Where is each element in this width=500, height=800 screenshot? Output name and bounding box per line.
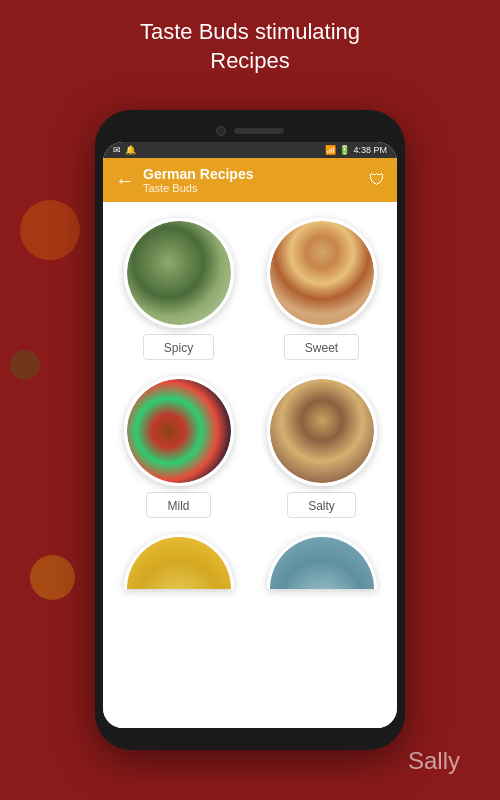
food-label-box-salty: Salty <box>287 492 356 518</box>
food-item-mild[interactable]: Mild <box>115 376 242 518</box>
bg-deco-green <box>10 350 40 380</box>
food-label-sweet: Sweet <box>305 341 338 355</box>
sally-watermark: Sally <box>408 747 460 775</box>
status-right: 📶 🔋 4:38 PM <box>325 145 387 155</box>
toolbar: ← German Recipes Taste Buds 🛡 <box>103 158 397 202</box>
food-circle-mild <box>124 376 234 486</box>
toolbar-center: German Recipes Taste Buds <box>143 166 369 194</box>
food-grid: Spicy Sweet <box>115 218 385 589</box>
food-image-sweet <box>270 221 374 325</box>
food-item-partial2[interactable] <box>258 534 385 589</box>
food-circle-salty <box>267 376 377 486</box>
msg-icon: ✉ <box>113 145 121 155</box>
food-label-box-sweet: Sweet <box>284 334 359 360</box>
wifi-icon: 📶 <box>325 145 336 155</box>
food-label-mild: Mild <box>167 499 189 513</box>
food-item-partial1[interactable] <box>115 534 242 589</box>
phone-camera <box>216 126 226 136</box>
food-circle-spicy <box>124 218 234 328</box>
food-image-spicy <box>127 221 231 325</box>
back-button[interactable]: ← <box>115 169 135 192</box>
status-bar: ✉ 🔔 📶 🔋 4:38 PM <box>103 142 397 158</box>
toolbar-title: German Recipes <box>143 166 369 182</box>
food-item-sweet[interactable]: Sweet <box>258 218 385 360</box>
food-circle-sweet <box>267 218 377 328</box>
shield-icon[interactable]: 🛡 <box>369 171 385 189</box>
food-circle-partial1 <box>124 534 234 589</box>
bg-deco-lemon <box>30 555 75 600</box>
page-background-title: Taste Buds stimulating Recipes <box>0 0 500 85</box>
bg-deco-orange <box>20 200 80 260</box>
content-area: Spicy Sweet <box>103 202 397 728</box>
food-label-spicy: Spicy <box>164 341 193 355</box>
food-image-partial1 <box>127 537 231 589</box>
food-label-box-spicy: Spicy <box>143 334 214 360</box>
food-image-salty <box>270 379 374 483</box>
time-display: 4:38 PM <box>353 145 387 155</box>
battery-icon: 🔋 <box>339 145 350 155</box>
phone-notch <box>103 122 397 142</box>
food-circle-partial2 <box>267 534 377 589</box>
phone-screen: ✉ 🔔 📶 🔋 4:38 PM ← German Recipes Taste B… <box>103 142 397 728</box>
phone-frame: ✉ 🔔 📶 🔋 4:38 PM ← German Recipes Taste B… <box>95 110 405 750</box>
food-label-box-mild: Mild <box>146 492 210 518</box>
food-item-spicy[interactable]: Spicy <box>115 218 242 360</box>
status-left-icons: ✉ 🔔 <box>113 145 136 155</box>
food-item-salty[interactable]: Salty <box>258 376 385 518</box>
notification-icon: 🔔 <box>125 145 136 155</box>
toolbar-subtitle: Taste Buds <box>143 182 369 194</box>
food-label-salty: Salty <box>308 499 335 513</box>
food-image-partial2 <box>270 537 374 589</box>
phone-speaker <box>234 128 284 134</box>
food-image-mild <box>127 379 231 483</box>
